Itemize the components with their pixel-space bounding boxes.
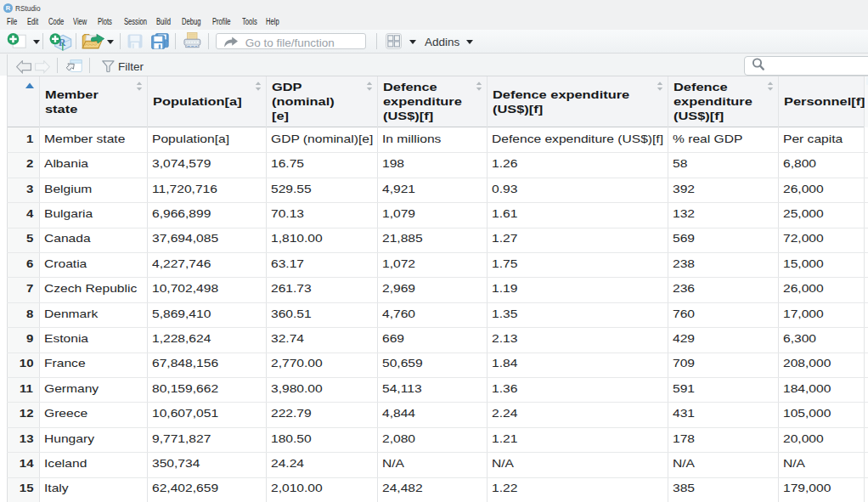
svg-text:R: R — [6, 4, 11, 12]
